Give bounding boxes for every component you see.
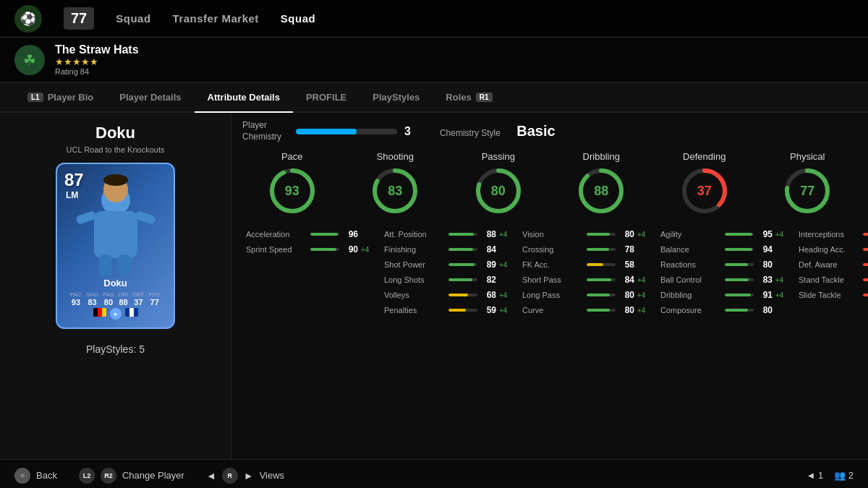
attr-name: Crossing — [522, 245, 584, 254]
right-arrow: ► — [244, 470, 254, 481]
chemistry-style-label: Chemistry Style — [440, 128, 501, 138]
tab-profile[interactable]: PROFILE — [293, 82, 359, 113]
attr-cat-physical: Physical 77 — [758, 151, 858, 222]
attr-name: Att. Position — [384, 230, 446, 239]
attr-name: Def. Aware — [799, 260, 860, 269]
attr-value: 78 — [618, 244, 634, 254]
attr-value: 84 — [618, 275, 634, 285]
card-player-image — [57, 164, 174, 276]
attr-bar-fill — [448, 294, 468, 296]
attr-row: Composure 80 — [660, 305, 791, 315]
attr-value: 82 — [480, 275, 496, 285]
attr-bar — [448, 233, 477, 236]
attr-bar — [725, 233, 754, 236]
chemistry-row: PlayerChemistry 3 Chemistry Style Basic — [242, 120, 857, 142]
attr-row: Crossing 78 — [522, 244, 653, 254]
attr-bar — [448, 278, 477, 281]
main-content: Doku UCL Road to the Knockouts 87 LM — [0, 113, 868, 459]
back-button[interactable]: ○ Back — [14, 468, 57, 484]
attr-bonus: +4 — [637, 291, 653, 299]
tab-r1-badge: R1 — [476, 93, 493, 102]
nav-squad2[interactable]: Squad — [281, 12, 315, 25]
attr-value: 80 — [618, 290, 634, 300]
tab-playstyles[interactable]: PlayStyles — [359, 82, 433, 113]
page-indicator: ◄ 1 — [806, 470, 823, 481]
attr-row: Att. Position 88 +4 — [384, 229, 515, 239]
attr-name: Finishing — [384, 245, 446, 254]
attr-row: Dribbling 91 +4 — [660, 290, 791, 300]
svg-rect-4 — [99, 254, 112, 276]
attr-bar — [587, 233, 616, 236]
attr-value: 80 — [757, 305, 773, 315]
attr-row: Curve 80 +4 — [522, 305, 653, 315]
nav-transfer[interactable]: Transfer Market — [173, 12, 259, 25]
attr-bar-fill — [863, 233, 868, 236]
nav-squad[interactable]: Squad — [116, 12, 150, 25]
attr-row: FK Acc. 58 — [522, 260, 653, 270]
attr-bar — [587, 294, 616, 296]
attr-cat-name: Passing — [482, 151, 515, 162]
attr-name: Dribbling — [660, 291, 722, 299]
tab-attribute-details[interactable]: Attribute Details — [195, 82, 293, 113]
attr-value: 90 — [342, 244, 358, 254]
card-stat-def: DEF 37 — [132, 291, 144, 307]
gauge-defending: 37 — [679, 166, 730, 216]
club-header: ☘ The Straw Hats ★★★★★ Rating 84 — [0, 38, 868, 82]
attr-row: Interceptions 22 — [799, 229, 868, 239]
attr-bar-fill — [725, 263, 748, 266]
attr-name: Reactions — [660, 260, 722, 269]
chemistry-style-value: Basic — [516, 123, 555, 139]
attr-value: 80 — [757, 260, 773, 270]
attr-value: 95 — [757, 229, 773, 239]
tabs-bar: L1 Player Bio Player Details Attribute D… — [0, 82, 868, 113]
club-info: The Straw Hats ★★★★★ Rating 84 — [55, 43, 139, 76]
attr-name: Agility — [660, 230, 722, 239]
attr-cat-passing: Passing 80 — [448, 151, 548, 222]
attr-bar-fill — [587, 278, 611, 281]
chemistry-label: PlayerChemistry — [242, 120, 281, 142]
change-player-button[interactable]: L2 R2 Change Player — [79, 468, 184, 484]
attr-row: Long Shots 82 — [384, 275, 515, 285]
attr-name: Interceptions — [799, 230, 860, 239]
attr-col-dribbling: Agility 95 +4 Balance 94 Reactions 80 — [657, 229, 795, 320]
l2-badge: L2 — [79, 468, 95, 484]
attr-bar-fill — [587, 248, 609, 251]
attr-value: 58 — [618, 260, 634, 270]
attr-bar — [725, 309, 754, 312]
belgium-flag — [93, 308, 106, 317]
attr-bonus: +4 — [637, 307, 653, 314]
attr-bonus: +4 — [637, 276, 653, 284]
attr-value: 80 — [618, 305, 634, 315]
attr-value: 84 — [480, 244, 496, 254]
views-button[interactable]: ◄ R ► Views — [206, 468, 284, 484]
attr-bar-fill — [448, 248, 473, 251]
club-logo: ☘ — [14, 45, 45, 75]
gauge-shooting: 83 — [370, 166, 420, 216]
attr-name: Composure — [660, 306, 722, 314]
attr-name: Vision — [522, 230, 584, 239]
attr-bonus: +4 — [499, 307, 515, 314]
attr-row: Vision 80 +4 — [522, 229, 653, 239]
attr-name: FK Acc. — [522, 260, 584, 269]
attr-value: 59 — [480, 305, 496, 315]
tab-player-details[interactable]: Player Details — [106, 82, 194, 113]
attr-bar-fill — [863, 278, 868, 281]
attr-value: 91 — [757, 290, 773, 300]
attr-cat-name: Defending — [683, 151, 726, 162]
gauge-passing: 80 — [473, 166, 524, 216]
attr-cat-shooting: Shooting 83 — [346, 151, 446, 222]
attr-bar-fill — [725, 278, 749, 281]
player-subtitle: UCL Road to the Knockouts — [67, 145, 165, 154]
card-flags: ● — [93, 308, 138, 320]
attr-bar — [587, 309, 616, 312]
change-player-label: Change Player — [122, 470, 184, 481]
attr-bar — [863, 294, 868, 296]
tab-roles[interactable]: Roles R1 — [433, 82, 505, 113]
attr-bonus: +4 — [499, 231, 515, 239]
attr-value: 80 — [618, 229, 634, 239]
chemistry-value: 3 — [404, 125, 411, 138]
attr-bar — [448, 248, 477, 251]
gauge-dribbling: 88 — [576, 166, 626, 216]
club-league-badge — [125, 308, 138, 317]
tab-player-bio[interactable]: L1 Player Bio — [14, 82, 106, 113]
